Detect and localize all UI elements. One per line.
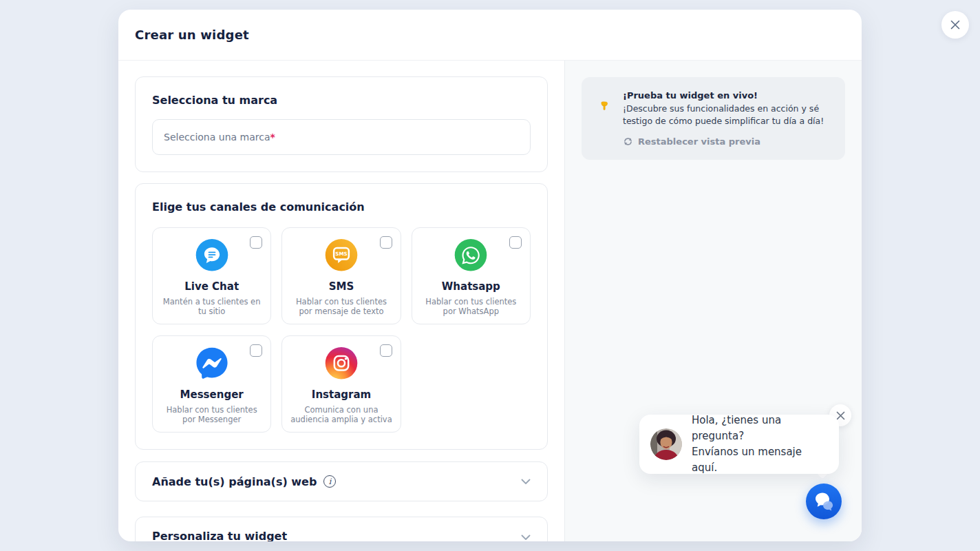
channel-name: SMS — [329, 280, 354, 293]
channel-card-instagram[interactable]: Instagram Comunica con una audiencia amp… — [281, 335, 401, 433]
live-preview-tip: ¡Prueba tu widget en vivo! ¡Descubre sus… — [582, 77, 845, 160]
instagram-checkbox[interactable] — [380, 344, 392, 357]
channel-name: Live Chat — [184, 280, 239, 293]
channel-description: Hablar con tus clientes por WhatsApp — [419, 297, 523, 317]
reset-preview-label: Restablecer vista previa — [638, 136, 760, 147]
instagram-icon — [325, 347, 358, 380]
brand-select[interactable]: Selecciona una marca* — [152, 119, 531, 155]
reset-preview-link[interactable]: Restablecer vista previa — [623, 136, 829, 147]
customize-title: Personaliza tu widget — [152, 530, 287, 541]
modal-header: Crear un widget — [118, 10, 862, 61]
chevron-down-icon — [521, 534, 531, 541]
messenger-icon — [195, 347, 228, 380]
create-widget-modal: Crear un widget Selecciona tu marca Sele… — [118, 10, 862, 541]
customize-accordion[interactable]: Personaliza tu widget — [135, 517, 548, 541]
channel-description: Mantén a tus clientes en tu sitio — [160, 297, 264, 317]
channel-grid: Live Chat Mantén a tus clientes en tu si… — [152, 227, 531, 433]
brand-section-title: Selecciona tu marca — [152, 94, 531, 107]
channel-name: Instagram — [312, 388, 371, 401]
channel-card-messenger[interactable]: Messenger Hablar con tus clientes por Me… — [152, 335, 271, 433]
chat-launcher-button[interactable] — [806, 484, 842, 519]
required-asterisk: * — [270, 132, 275, 143]
refresh-icon — [623, 136, 633, 147]
widget-preview-pane: ¡Prueba tu widget en vivo! ¡Descubre sus… — [564, 61, 862, 541]
channel-card-whatsapp[interactable]: Whatsapp Hablar con tus clientes por Wha… — [412, 227, 531, 324]
close-icon — [950, 19, 961, 30]
whatsapp-icon — [454, 239, 487, 271]
modal-close-button[interactable] — [941, 11, 969, 39]
channels-section-title: Elige tus canales de comunicación — [152, 200, 531, 214]
livechat-checkbox[interactable] — [250, 236, 262, 249]
tip-title: ¡Prueba tu widget en vivo! — [623, 90, 829, 101]
brand-section: Selecciona tu marca Selecciona una marca… — [135, 76, 548, 172]
chat-preview-bubble[interactable]: Hola, ¿tienes una pregunta? Envíanos un … — [639, 415, 839, 474]
channel-description: Hablar con tus clientes por mensaje de t… — [289, 297, 393, 317]
web-pages-title: Añade tu(s) página(s) web — [152, 475, 317, 488]
chat-greeting: Hola, ¿tienes una pregunta? Envíanos un … — [692, 413, 829, 477]
web-pages-accordion[interactable]: Añade tu(s) página(s) web i — [135, 461, 548, 501]
sms-checkbox[interactable] — [380, 236, 392, 249]
channel-name: Whatsapp — [442, 280, 500, 293]
tip-body: ¡Descubre sus funcionalidades en acción … — [623, 103, 829, 127]
livechat-icon — [195, 239, 228, 271]
pointing-down-emoji — [595, 90, 613, 111]
messenger-checkbox[interactable] — [250, 344, 262, 357]
whatsapp-checkbox[interactable] — [509, 236, 522, 249]
info-icon[interactable]: i — [323, 475, 336, 488]
brand-select-placeholder: Selecciona una marca* — [164, 132, 275, 143]
channel-description: Comunica con una audiencia amplia y acti… — [289, 405, 393, 425]
chevron-down-icon — [521, 479, 531, 485]
sms-icon: SMS — [325, 239, 358, 271]
agent-avatar — [650, 428, 682, 460]
channel-card-sms[interactable]: SMS SMS Hablar con tus clientes por mens… — [281, 227, 401, 324]
widget-form-pane: Selecciona tu marca Selecciona una marca… — [118, 61, 564, 541]
channel-card-livechat[interactable]: Live Chat Mantén a tus clientes en tu si… — [152, 227, 271, 324]
svg-text:SMS: SMS — [335, 251, 347, 257]
close-icon — [836, 411, 845, 420]
page-title: Crear un widget — [135, 28, 249, 42]
channel-name: Messenger — [180, 388, 244, 401]
channel-description: Hablar con tus clientes por Messenger — [160, 405, 264, 425]
channels-section: Elige tus canales de comunicación Live C… — [135, 183, 548, 450]
